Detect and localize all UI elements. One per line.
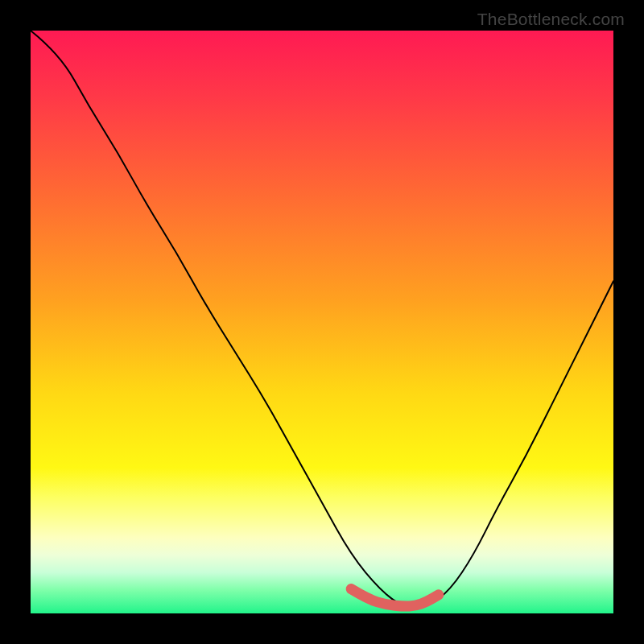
valley-marker-path xyxy=(351,589,439,606)
plot-area xyxy=(31,31,613,613)
watermark-text: TheBottleneck.com xyxy=(477,10,625,29)
chart-svg xyxy=(31,31,613,613)
bottleneck-curve-path xyxy=(31,31,613,608)
chart-frame: TheBottleneck.com xyxy=(0,0,644,644)
